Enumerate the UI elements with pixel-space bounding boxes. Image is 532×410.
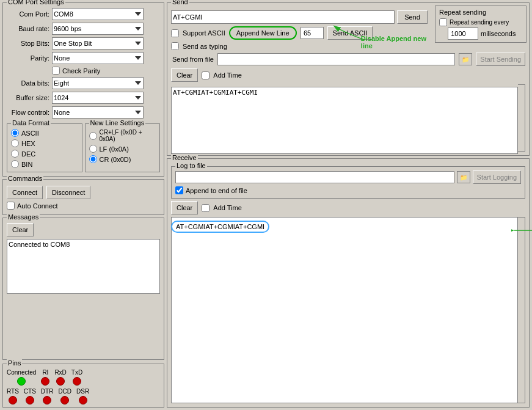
pin-ri-label: RI	[42, 369, 48, 376]
log-to-file-group: Log to file 📁 Start Logging Append to en…	[171, 166, 525, 199]
baud-rate-select[interactable]: 9600 bps	[52, 23, 144, 35]
ascii-radio[interactable]	[11, 129, 19, 137]
send-title: Send	[171, 0, 189, 5]
pin-rts: RTS	[7, 388, 19, 405]
repeat-checkbox[interactable]	[439, 18, 447, 26]
messages-clear-button[interactable]: Clear	[7, 223, 34, 236]
ascii-num-input[interactable]	[301, 27, 324, 39]
send-as-typing-label: Send as typing	[183, 43, 227, 50]
pin-txd-led	[73, 377, 81, 386]
send-group: Send Send Repeat sending Repeat sending …	[167, 2, 530, 156]
pin-connected-label: Connected	[7, 369, 36, 376]
receive-add-time-checkbox[interactable]	[202, 204, 210, 212]
send-from-file-label: Send from file	[172, 56, 214, 63]
flow-control-label: Flow control:	[7, 109, 49, 116]
receive-clear-button[interactable]: Clear	[171, 201, 198, 214]
pin-rxd-led	[56, 377, 65, 386]
pin-dcd-led	[60, 396, 69, 405]
com-port-settings: COM Port Settings Com Port: COM8 Baud ra…	[2, 2, 164, 177]
append-to-end-label: Append to end of file	[186, 187, 247, 194]
send-textarea[interactable]	[171, 87, 518, 154]
flow-control-select[interactable]: None	[52, 106, 144, 119]
crlf-label: CR+LF (0x0D + 0x0A)	[100, 129, 156, 142]
repeat-box: Repeat sending Repeat sending every mili…	[435, 5, 527, 43]
messages-title: Messages	[7, 213, 40, 221]
cr-radio[interactable]	[89, 155, 97, 163]
send-clear-button[interactable]: Clear	[171, 68, 198, 82]
buffer-size-label: Buffer size:	[7, 94, 49, 101]
pin-connected-led	[17, 377, 26, 386]
pin-ri: RI	[41, 369, 49, 386]
pins-panel: Pins Connected RI RxD TxD	[2, 364, 164, 408]
stop-bits-label: Stop Bits:	[7, 40, 49, 47]
pin-dsr-label: DSR	[76, 388, 89, 395]
receive-group: Receive Log to file 📁 Start Logging Appe…	[167, 158, 530, 408]
pin-cts: CTS	[24, 388, 36, 405]
dec-label: DEC	[21, 150, 35, 158]
receive-output-text: AT+CGMIAT+CGMIAT+CGMI	[176, 223, 264, 230]
commands-group: Commands Connect Disconnect Auto Connect	[2, 179, 164, 215]
start-sending-button[interactable]: Start Sending	[476, 53, 525, 66]
data-format-group: Data Format ASCII HEX DEC	[7, 123, 82, 172]
pin-dsr: DSR	[76, 388, 89, 405]
pin-connected: Connected	[7, 369, 36, 386]
hex-label: HEX	[21, 140, 35, 147]
data-format-title: Data Format	[11, 119, 51, 126]
send-as-typing-checkbox[interactable]	[171, 42, 179, 50]
pin-rxd: RxD	[54, 369, 66, 386]
commands-title: Commands	[7, 175, 43, 182]
new-line-group: New Line Settings CR+LF (0x0D + 0x0A) LF…	[85, 123, 161, 172]
lf-radio[interactable]	[89, 145, 97, 153]
disconnect-button[interactable]: Disconnect	[46, 186, 90, 199]
pin-txd-label: TxD	[71, 369, 82, 376]
messages-group: Messages Clear Connected to COM8	[2, 218, 164, 360]
data-bits-select[interactable]: Eight	[52, 77, 144, 89]
pin-ri-led	[41, 377, 49, 386]
send-ascii-button[interactable]: Send ASCII	[327, 26, 373, 40]
start-logging-button[interactable]: Start Logging	[473, 170, 521, 184]
check-parity-label: Check Parity	[62, 67, 100, 75]
auto-connect-checkbox[interactable]	[7, 202, 15, 210]
crlf-radio[interactable]	[89, 132, 97, 140]
lf-label: LF (0x0A)	[100, 145, 129, 153]
send-scrollbar[interactable]	[518, 84, 525, 152]
send-button[interactable]: Send	[397, 10, 428, 24]
parity-label: Parity:	[7, 54, 49, 62]
command-input[interactable]	[171, 10, 395, 24]
log-file-browse-button[interactable]: 📁	[457, 171, 470, 183]
buffer-size-select[interactable]: 1024	[52, 92, 144, 104]
com-port-label: Com Port:	[7, 10, 49, 18]
hex-radio[interactable]	[11, 139, 19, 147]
auto-connect-label: Auto Connect	[17, 202, 58, 210]
send-add-time-label: Add Time	[213, 71, 241, 79]
connect-button[interactable]: Connect	[7, 186, 43, 199]
repeat-label: Repeat sending every	[450, 19, 509, 26]
parity-select[interactable]: None	[52, 52, 144, 64]
log-file-input[interactable]	[175, 171, 454, 183]
bin-radio[interactable]	[11, 160, 19, 168]
pin-dcd-label: DCD	[58, 388, 71, 395]
ascii-label: ASCII	[21, 130, 39, 137]
stop-bits-select[interactable]: One Stop Bit	[52, 37, 144, 49]
com-port-title: COM Port Settings	[7, 0, 65, 5]
send-add-time-checkbox[interactable]	[202, 71, 210, 79]
support-ascii-checkbox[interactable]	[171, 29, 179, 37]
pin-dtr-led	[43, 396, 51, 405]
send-file-input[interactable]	[217, 53, 455, 65]
pin-rts-label: RTS	[7, 388, 19, 395]
receive-output-highlight: AT+CGMIAT+CGMIAT+CGMI	[171, 221, 269, 233]
dec-radio[interactable]	[11, 150, 19, 158]
receive-textarea[interactable]	[171, 217, 518, 403]
append-to-end-checkbox[interactable]	[175, 186, 183, 194]
receive-scrollbar[interactable]	[518, 217, 525, 403]
com-port-select[interactable]: COM8	[52, 8, 144, 20]
check-parity-checkbox[interactable]	[52, 67, 60, 75]
data-bits-label: Data bits:	[7, 79, 49, 87]
send-file-browse-button[interactable]: 📁	[459, 53, 472, 65]
pin-dsr-led	[79, 396, 87, 405]
bin-label: BIN	[21, 161, 32, 168]
receive-add-time-label: Add Time	[213, 204, 241, 211]
repeat-interval-input[interactable]	[448, 27, 478, 40]
append-new-line-button[interactable]: Append New Line	[229, 26, 297, 40]
pin-rts-led	[9, 396, 17, 405]
